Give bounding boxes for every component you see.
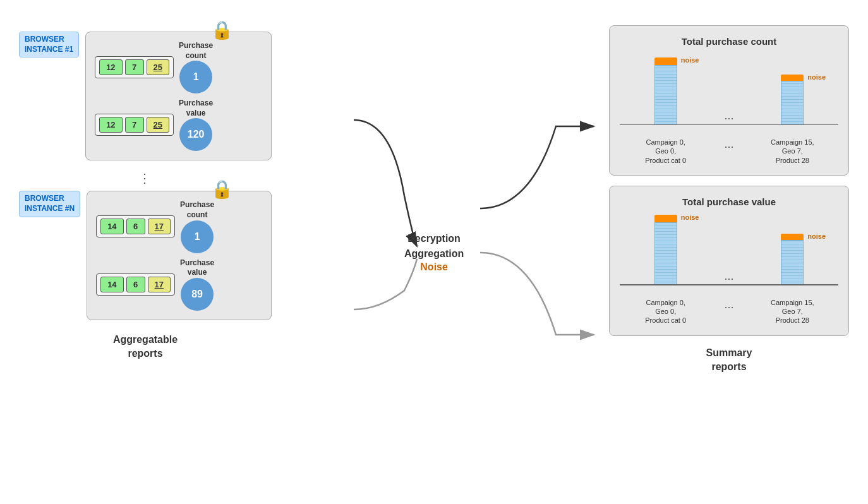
key-val-5: 7	[125, 117, 144, 133]
key-val-n5: 6	[126, 277, 145, 292]
key-val-1: 12	[99, 59, 122, 75]
decryption-label: Decryption	[404, 231, 464, 246]
chart2-noise-cap-1	[654, 215, 677, 222]
chart2-noise2-label: noise	[807, 232, 826, 240]
chart1-dots-label: ...	[705, 138, 752, 165]
key-val-n1: 14	[100, 219, 123, 234]
chart1-noise1-label: noise	[681, 56, 699, 64]
chart1-bar-1	[654, 65, 677, 125]
chart2-bar-1	[654, 222, 677, 285]
chart2-bar-2	[781, 240, 804, 285]
chart2-dots: ...	[705, 270, 752, 285]
chart1-noise2-label: noise	[807, 73, 826, 81]
summary-reports-label: Summary reports	[609, 346, 849, 375]
chart1-noise-cap-1	[654, 57, 677, 65]
chart-box-2: Total purchase value noise ... noise	[609, 186, 849, 336]
chart1-bar-2	[781, 81, 804, 125]
key-val-n4: 14	[100, 277, 123, 292]
lock-icon-1: 🔒	[211, 20, 233, 40]
report-box-n: 🔒 14 6 17 Purchasecount 1 1	[87, 191, 272, 320]
key-val-4: 12	[99, 117, 122, 133]
key-val-n3: 17	[148, 219, 171, 234]
chart1-label-2: Campaign 15, Geo 7, Product 28	[753, 138, 832, 165]
chart1-noise-cap-2	[781, 75, 804, 81]
aggregatable-reports-label: Aggregatable reports	[19, 333, 272, 361]
purchase-count-bubble-n: 1	[181, 220, 214, 253]
purchase-value-bubble-1: 120	[179, 118, 212, 151]
lock-icon-n: 🔒	[211, 179, 233, 200]
purchase-count-bubble-1: 1	[179, 61, 212, 93]
key-val-6: 25	[147, 117, 169, 133]
dots-separator: ⋮	[19, 171, 272, 186]
chart2-dots-label: ...	[705, 298, 752, 325]
noise-label: Noise	[404, 261, 464, 273]
browser-instance-1-label: BROWSER INSTANCE #1	[19, 32, 79, 57]
key-val-n2: 6	[126, 219, 145, 234]
key-val-n6: 17	[148, 277, 171, 292]
chart2-noise-cap-2	[781, 234, 804, 240]
chart1-title: Total purchase count	[620, 36, 838, 47]
chart2-label-1: Campaign 0, Geo 0, Product cat 0	[626, 298, 705, 325]
chart-box-1: Total purchase count noise ... noise	[609, 25, 849, 176]
chart1-dots: ...	[705, 109, 752, 125]
chart2-baseline	[620, 284, 838, 285]
right-section: Total purchase count noise ... noise	[609, 25, 849, 375]
middle-section: Decryption Aggregation Noise	[404, 231, 464, 273]
browser-instance-n-label: BROWSER INSTANCE #N	[19, 191, 80, 217]
chart1-label-1: Campaign 0, Geo 0, Product cat 0	[626, 138, 705, 165]
report-box-1: 🔒 12 7 25 Purchasecount 1	[85, 32, 272, 160]
left-section: BROWSER INSTANCE #1 🔒 12 7 25 Purchaseco…	[19, 32, 272, 361]
key-val-3: 25	[147, 59, 169, 75]
chart1-baseline	[620, 124, 838, 126]
purchase-value-bubble-n: 89	[181, 278, 214, 311]
aggregation-label: Aggregation	[404, 246, 464, 261]
chart2-title: Total purchase value	[620, 196, 838, 207]
key-val-2: 7	[125, 59, 144, 75]
chart2-noise1-label: noise	[681, 213, 699, 221]
chart2-label-2: Campaign 15, Geo 7, Product 28	[753, 298, 832, 325]
